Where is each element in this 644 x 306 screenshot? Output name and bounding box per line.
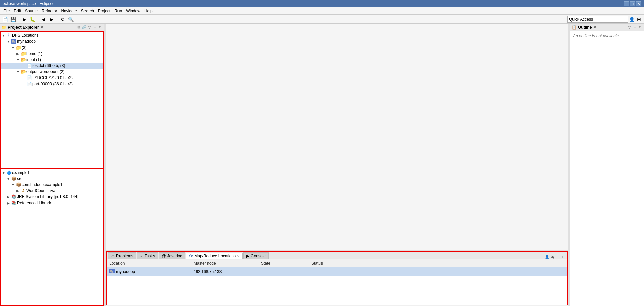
tree-item-dfs-locations[interactable]: ▼ 🗄 DFS Locations: [1, 32, 103, 38]
tree-item-wordcount[interactable]: ▶ J WordCount.java: [1, 188, 103, 194]
maximize-bottom-button[interactable]: □: [561, 254, 566, 259]
collapse-all-button[interactable]: ⊟: [76, 25, 81, 30]
toolbar-save-button[interactable]: 💾: [9, 16, 17, 23]
view-menu-button[interactable]: ▽: [87, 25, 92, 30]
arrow-output: ▼: [15, 70, 20, 74]
toolbar-back-button[interactable]: ◀: [40, 16, 47, 23]
table-header: Location Master node State Status: [107, 259, 567, 267]
quick-access-area: 👤 ⊞: [567, 16, 643, 23]
wordcount-label: WordCount.java: [26, 188, 55, 193]
tree-item-part[interactable]: 📄 part-00000 (86.0 b, r3): [1, 81, 103, 87]
left-panel: 📁 Project Explorer ✕ ⊟ 🔗 ▽ ─ □ ▼ 🗄 DFS L…: [0, 24, 104, 306]
tree-item-success[interactable]: 📄 _SUCCESS (0.0 b, r3): [1, 75, 103, 81]
outline-sort-button[interactable]: ↕: [622, 25, 626, 30]
tree-item-package[interactable]: ▼ 📦 com.hadoop.example1: [1, 182, 103, 188]
toolbar-person-button[interactable]: 👤: [628, 16, 635, 23]
reflibs-icon: 📚: [11, 201, 17, 205]
outline-minimize[interactable]: ─: [633, 25, 637, 30]
table-row-myhadoop[interactable]: 🐘 myhadoop 192.168.75.133: [107, 267, 567, 276]
arrow-myhadoop: ▼: [6, 40, 11, 43]
menu-source[interactable]: Source: [23, 8, 40, 14]
menu-file[interactable]: File: [1, 8, 12, 14]
outline-tab-close: ✕: [593, 25, 596, 29]
outline-content: An outline is not available.: [570, 31, 644, 41]
output-label: output_wordcount (2): [26, 69, 64, 74]
toolbar-separator-3: [57, 16, 57, 22]
toolbar-refresh-button[interactable]: ↻: [59, 16, 66, 23]
toolbar: 📄 💾 ▶ 🐛 ◀ ▶ ↻ 🔍 👤 ⊞: [0, 15, 644, 24]
hadoop-row-icon: 🐘: [109, 269, 115, 274]
tab-javadoc[interactable]: @ Javadoc: [159, 252, 185, 259]
new-server-button[interactable]: 👤: [545, 254, 549, 259]
arrow-example1: ▼: [1, 171, 6, 175]
tab-console[interactable]: ▶ Console: [243, 252, 269, 259]
menu-search[interactable]: Search: [79, 8, 96, 14]
tab-mapreduce[interactable]: 🗺 Map/Reduce Locations ✕: [186, 253, 243, 259]
quick-access-input[interactable]: [567, 16, 628, 23]
col-state: State: [260, 260, 310, 266]
restore-button[interactable]: □: [630, 1, 635, 6]
menu-edit[interactable]: Edit: [12, 8, 23, 14]
arrow-3: ▼: [11, 46, 15, 50]
menu-help[interactable]: Help: [142, 8, 155, 14]
link-with-editor-button[interactable]: 🔗: [82, 25, 87, 30]
myhadoop-label: myhadoop: [17, 39, 36, 44]
tree-item-src[interactable]: ▼ 📦 src: [1, 176, 103, 182]
toolbar-forward-button[interactable]: ▶: [48, 16, 55, 23]
toolbar-run-button[interactable]: ▶: [21, 16, 28, 23]
toolbar-debug-button[interactable]: 🐛: [29, 16, 36, 23]
example1-label: example1: [12, 170, 30, 175]
maximize-panel-button[interactable]: □: [98, 25, 103, 30]
mapreduce-icon: 🗺: [189, 254, 193, 258]
tree-item-test-txt[interactable]: 📄 test.txt (66.0 b, r3): [1, 63, 103, 69]
minimize-button[interactable]: ─: [624, 1, 629, 6]
bottom-tab-bar: ⚠ Problems ✓ Tasks @ Javadoc 🗺 Map/Reduc…: [107, 252, 567, 259]
toolbar-search-button[interactable]: 🔍: [67, 16, 74, 23]
tree-item-example1[interactable]: ▼ 🔷 example1: [1, 170, 103, 176]
tree-item-home[interactable]: ▶ 📁 home (1): [1, 51, 103, 57]
menu-refactor[interactable]: Refactor: [40, 8, 59, 14]
dfs-icon: 🗄: [6, 33, 12, 38]
arrow-dfs: ▼: [1, 34, 6, 37]
svg-text:🐘: 🐘: [110, 270, 113, 273]
file-part-icon: 📄: [26, 82, 32, 86]
tree-item-reflibs[interactable]: ▶ 📚 Referenced Libraries: [1, 200, 103, 206]
center-layout: ⚠ Problems ✓ Tasks @ Javadoc 🗺 Map/Reduc…: [106, 24, 568, 306]
package-icon: 📦: [15, 182, 22, 187]
outline-view-menu[interactable]: ▽: [627, 25, 632, 30]
tree-item-myhadoop[interactable]: ▼ 🐘 myhadoop: [1, 38, 103, 44]
menu-project[interactable]: Project: [96, 8, 112, 14]
cell-status: [310, 271, 377, 272]
disconnect-button[interactable]: 🔌: [550, 254, 555, 259]
menu-navigate[interactable]: Navigate: [59, 8, 79, 14]
tab-tasks-label: Tasks: [145, 254, 155, 258]
tab-tasks[interactable]: ✓ Tasks: [137, 252, 158, 259]
outline-maximize[interactable]: □: [638, 25, 643, 30]
outline-message: An outline is not available.: [573, 34, 620, 38]
project-explorer-header: 📁 Project Explorer ✕ ⊟ 🔗 ▽ ─ □: [0, 24, 104, 31]
minimize-bottom-button[interactable]: ─: [555, 254, 560, 259]
close-button[interactable]: ✕: [636, 1, 641, 6]
tree-item-input[interactable]: ▼ 📂 input (1): [1, 57, 103, 63]
tree-item-3[interactable]: ▼ 📁 (3): [1, 44, 103, 51]
toolbar-perspective-button[interactable]: ⊞: [635, 16, 643, 23]
outline-header: 📋 Outline ✕ ↕ ▽ ─ □: [570, 24, 644, 31]
tab-javadoc-label: Javadoc: [167, 254, 182, 258]
tree-item-output[interactable]: ▼ 📂 output_wordcount (2): [1, 69, 103, 75]
menu-run[interactable]: Run: [112, 8, 124, 14]
toolbar-separator-2: [38, 16, 38, 22]
folder-input-icon: 📂: [20, 57, 26, 62]
tab-problems[interactable]: ⚠ Problems: [108, 252, 136, 259]
tree-item-jre[interactable]: ▶ 📚 JRE System Library [jre1.8.0_144]: [1, 194, 103, 200]
cell-location: 🐘 myhadoop: [108, 268, 192, 275]
menu-window[interactable]: Window: [124, 8, 142, 14]
editor-area[interactable]: [106, 24, 568, 250]
src-icon: 📦: [11, 176, 17, 181]
title-bar: eclipse-workspace - Eclipse ─ □ ✕: [0, 0, 644, 7]
toolbar-new-button[interactable]: 📄: [1, 16, 9, 23]
tab-mapreduce-close[interactable]: ✕: [237, 254, 240, 258]
cell-master: 192.168.75.133: [192, 269, 260, 275]
minimize-panel-button[interactable]: ─: [93, 25, 97, 30]
tab-problems-label: Problems: [116, 254, 133, 258]
folder-output-icon: 📂: [20, 69, 26, 74]
